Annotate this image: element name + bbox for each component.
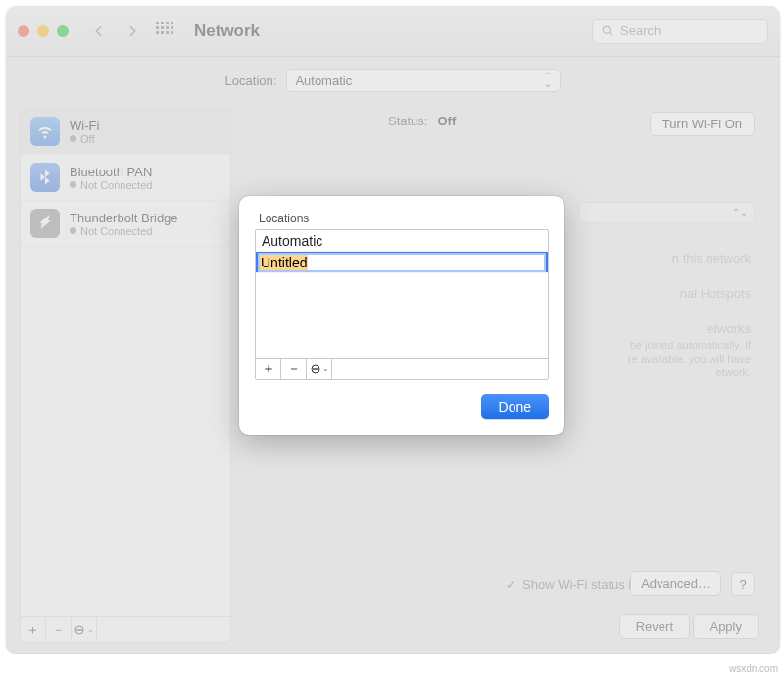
- ghost-text: re available, you will have: [628, 353, 751, 364]
- sidebar-item-label: Bluetooth PAN: [70, 165, 152, 179]
- turn-wifi-on-button[interactable]: Turn Wi-Fi On: [650, 112, 755, 136]
- sidebar-footer: ＋ － ⌄: [21, 616, 230, 642]
- ghost-text: be joined automatically. If: [630, 339, 751, 351]
- network-name-select[interactable]: ⌃⌄: [578, 202, 755, 223]
- search-placeholder: Search: [620, 24, 661, 38]
- sidebar-item-status: Not Connected: [80, 179, 152, 191]
- chevron-down-icon: ⌄: [87, 626, 94, 634]
- wifi-icon: [30, 117, 60, 146]
- svg-point-7: [313, 369, 314, 370]
- sidebar-item-label: Wi-Fi: [70, 119, 99, 133]
- status-dot-icon: [70, 181, 76, 188]
- location-name-value: Untitled: [260, 255, 308, 270]
- locations-toolbar: ＋ － ⌄: [256, 358, 548, 379]
- location-label: Location:: [225, 73, 277, 88]
- svg-point-3: [79, 629, 80, 630]
- status-dot-icon: [70, 135, 76, 142]
- locations-title: Locations: [259, 212, 549, 225]
- location-row: Location: Automatic ⌃⌄: [6, 57, 780, 104]
- titlebar: Network Search: [6, 6, 780, 57]
- window-title: Network: [194, 22, 260, 41]
- location-select[interactable]: Automatic ⌃⌄: [286, 69, 561, 92]
- sidebar-item-thunderbolt[interactable]: Thunderbolt Bridge Not Connected: [21, 201, 230, 247]
- grid-icon: [156, 22, 175, 41]
- location-options-button[interactable]: ⌄: [307, 359, 332, 380]
- watermark: wsxdn.com: [729, 663, 778, 674]
- apply-button[interactable]: Apply: [693, 614, 759, 639]
- svg-point-9: [317, 369, 318, 370]
- location-value: Automatic: [295, 73, 352, 88]
- svg-point-0: [603, 26, 610, 33]
- zoom-icon[interactable]: [57, 25, 69, 37]
- sidebar-item-bluetooth-pan[interactable]: Bluetooth PAN Not Connected: [21, 155, 230, 201]
- svg-point-5: [81, 629, 82, 630]
- help-button[interactable]: ?: [731, 572, 755, 596]
- status-label: Status:: [388, 114, 427, 128]
- status-dot-icon: [70, 227, 76, 234]
- back-button[interactable]: [86, 19, 112, 44]
- thunderbolt-icon: [30, 209, 60, 238]
- bluetooth-icon: [30, 163, 60, 192]
- interfaces-sidebar: Wi-Fi Off Bluetooth PAN Not Connected: [20, 108, 231, 643]
- status-value: Off: [437, 114, 456, 128]
- add-interface-button[interactable]: ＋: [21, 617, 46, 643]
- sidebar-item-label: Thunderbolt Bridge: [70, 211, 178, 225]
- ghost-text: etworks: [707, 321, 751, 336]
- chevron-updown-icon: ⌃⌄: [732, 209, 748, 217]
- ghost-text: n this network: [672, 251, 751, 266]
- svg-line-1: [610, 32, 612, 35]
- close-icon[interactable]: [18, 25, 29, 37]
- interface-options-button[interactable]: ⌄: [72, 617, 97, 643]
- check-icon: ✓: [506, 577, 516, 592]
- sidebar-item-status: Not Connected: [80, 225, 152, 237]
- location-row-untitled[interactable]: Untitled: [256, 252, 548, 273]
- sidebar-item-wifi[interactable]: Wi-Fi Off: [21, 109, 230, 155]
- advanced-button[interactable]: Advanced…: [630, 571, 721, 596]
- svg-point-4: [77, 629, 78, 630]
- forward-button[interactable]: [120, 19, 145, 44]
- location-name-input[interactable]: Untitled: [258, 253, 546, 272]
- locations-dialog: Locations Automatic Untitled ＋ － ⌄ Done: [239, 196, 564, 435]
- locations-list: Automatic Untitled ＋ － ⌄: [255, 229, 549, 380]
- sidebar-item-status: Off: [80, 133, 94, 145]
- chevron-updown-icon: ⌃⌄: [544, 73, 552, 88]
- search-icon: [601, 24, 614, 38]
- revert-button[interactable]: Revert: [619, 614, 690, 639]
- ghost-text: nal Hotspots: [680, 286, 751, 301]
- search-input[interactable]: Search: [592, 19, 768, 44]
- location-row-automatic[interactable]: Automatic: [256, 230, 548, 252]
- chevron-down-icon: ⌄: [322, 365, 329, 373]
- done-button[interactable]: Done: [481, 394, 549, 419]
- ghost-text: etwork.: [716, 366, 751, 378]
- window-controls: [18, 25, 69, 37]
- remove-interface-button[interactable]: －: [46, 617, 72, 643]
- svg-point-8: [315, 369, 316, 370]
- show-all-button[interactable]: [153, 19, 178, 44]
- remove-location-button[interactable]: －: [281, 359, 307, 380]
- minimize-icon[interactable]: [37, 25, 49, 37]
- add-location-button[interactable]: ＋: [256, 359, 281, 380]
